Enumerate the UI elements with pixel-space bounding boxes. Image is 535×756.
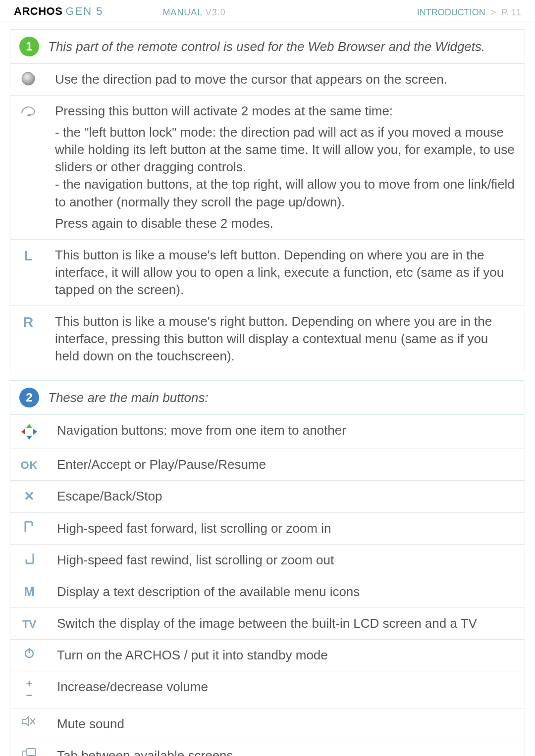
row-direction-pad: Use the direction pad to move the cursor… — [10, 64, 525, 96]
brand-logo: ARCHOS — [14, 5, 62, 18]
chevron-right-icon: > — [491, 7, 496, 17]
row-power: Turn on the ARCHOS / put it into standby… — [10, 639, 525, 671]
row-desc: This button is like a mouse's left butto… — [46, 239, 525, 305]
dpad-icon — [10, 64, 46, 96]
page-location: INTRODUCTION > P. 11 — [417, 7, 521, 18]
row-desc: Use the direction pad to move the cursor… — [46, 64, 525, 96]
brand-gen: GEN 5 — [65, 5, 103, 18]
row-desc: Tab between available screens — [48, 740, 525, 756]
row-desc: Switch the display of the image between … — [48, 607, 525, 639]
manual-label: MANUAL V3.0 — [162, 7, 225, 18]
row-desc: Enter/Accept or Play/Pause/Resume — [48, 449, 525, 481]
row-desc: High-speed fast forward, list scrolling … — [48, 512, 525, 544]
svg-marker-5 — [33, 429, 37, 435]
row-desc: Mute sound — [48, 708, 525, 740]
right-button-icon: R — [10, 306, 46, 372]
fast-forward-icon — [10, 512, 48, 544]
row-desc: High-speed fast rewind, list scrolling o… — [48, 544, 525, 576]
x-icon: ✕ — [10, 481, 48, 512]
row-desc: Navigation buttons: move from one item t… — [48, 415, 525, 449]
panel-remote-web: 1 This part of the remote control is use… — [10, 29, 525, 372]
panel1-table: Use the direction pad to move the cursor… — [10, 64, 525, 372]
volume-plus-minus-icon: + − — [10, 671, 48, 708]
panel-header: 1 This part of the remote control is use… — [10, 30, 525, 64]
panel-header: 2 These are the main buttons: — [10, 381, 525, 415]
power-icon — [10, 639, 48, 671]
page-header: ARCHOS GEN 5 MANUAL V3.0 INTRODUCTION > … — [0, 0, 535, 21]
row-mute: Mute sound — [10, 708, 525, 740]
nav-arrows-icon — [10, 415, 48, 449]
row-nav: Navigation buttons: move from one item t… — [10, 415, 525, 449]
row-desc: Turn on the ARCHOS / put it into standby… — [48, 639, 525, 671]
row-volume: + − Increase/decrease volume — [10, 671, 525, 708]
row-left-button: L This button is like a mouse's left but… — [10, 239, 525, 305]
panel-title: These are the main buttons: — [48, 390, 209, 405]
panel-number-badge: 2 — [19, 388, 39, 407]
row-desc: This button is like a mouse's right butt… — [46, 306, 525, 372]
row-desc: Escape/Back/Stop — [48, 481, 525, 512]
page-number: P. 11 — [501, 7, 521, 17]
svg-marker-8 — [23, 717, 29, 726]
fast-rewind-icon — [10, 544, 48, 576]
row-cursor-mode: Pressing this button will activate 2 mod… — [10, 96, 525, 240]
row-fast-forward: High-speed fast forward, list scrolling … — [10, 512, 525, 544]
svg-marker-2 — [26, 424, 32, 428]
row-escape: ✕ Escape/Back/Stop — [10, 481, 525, 512]
menu-icon: M — [10, 576, 48, 607]
panel2-table: Navigation buttons: move from one item t… — [10, 415, 525, 756]
panel-main-buttons: 2 These are the main buttons: Navigation… — [10, 380, 525, 756]
manual-version: V3.0 — [206, 7, 226, 17]
mute-icon — [10, 708, 48, 740]
tab-screens-icon — [10, 740, 48, 756]
row-desc: Pressing this button will activate 2 mod… — [46, 96, 525, 240]
section-name: INTRODUCTION — [417, 7, 485, 17]
row-desc: Increase/decrease volume — [48, 671, 525, 708]
ok-icon: OK — [10, 449, 48, 481]
row-right-button: R This button is like a mouse's right bu… — [10, 306, 525, 372]
svg-marker-3 — [26, 436, 32, 440]
row-desc: Display a text description of the availa… — [48, 576, 525, 607]
panel-title: This part of the remote control is used … — [48, 39, 485, 54]
row-tv: TV Switch the display of the image betwe… — [10, 607, 525, 639]
cursor-swirl-icon — [10, 96, 46, 240]
left-button-icon: L — [10, 239, 46, 305]
svg-rect-12 — [27, 749, 36, 756]
row-menu: M Display a text description of the avai… — [10, 576, 525, 607]
panel-number-badge: 1 — [19, 37, 39, 56]
row-tab: Tab between available screens — [10, 740, 525, 756]
svg-marker-4 — [21, 429, 25, 435]
tv-icon: TV — [10, 607, 48, 639]
row-ok: OK Enter/Accept or Play/Pause/Resume — [10, 449, 525, 481]
svg-point-0 — [22, 72, 35, 85]
row-fast-rewind: High-speed fast rewind, list scrolling o… — [10, 544, 525, 576]
